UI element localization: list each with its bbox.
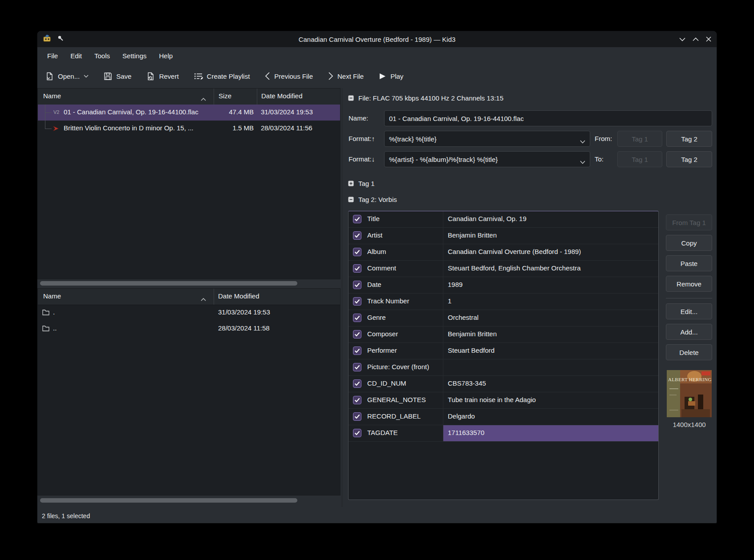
- format-up-tag1-button[interactable]: Tag 1: [617, 131, 662, 147]
- revert-button[interactable]: Revert: [146, 72, 178, 81]
- tag-row-comment[interactable]: Comment Steuart Bedford, English Chamber…: [349, 261, 658, 277]
- open-button[interactable]: Open...: [45, 72, 89, 81]
- checkbox-checked[interactable]: [353, 346, 361, 355]
- folder-row[interactable]: . 31/03/2024 19:53: [38, 305, 340, 321]
- from-tag1-button[interactable]: From Tag 1: [666, 214, 712, 230]
- svg-text:ERRING: ERRING: [693, 377, 712, 382]
- svg-text:ALBERT H: ALBERT H: [668, 377, 693, 382]
- paste-button[interactable]: Paste: [666, 255, 712, 271]
- chevron-down-icon: [580, 137, 585, 145]
- remove-button[interactable]: Remove: [666, 276, 712, 292]
- next-file-button[interactable]: Next File: [328, 72, 364, 80]
- file-section-header[interactable]: File: FLAC 705 kbps 44100 Hz 2 Channels …: [348, 94, 503, 102]
- chevron-down-icon: [580, 158, 585, 165]
- tag-row-record-label[interactable]: RECORD_LABEL Delgardo: [349, 409, 658, 425]
- edit-button[interactable]: Edit...: [666, 303, 712, 319]
- file-list-hscrollbar[interactable]: [40, 281, 297, 286]
- checkbox-checked[interactable]: [353, 363, 361, 371]
- artwork-dimensions: 1400x1400: [662, 421, 716, 428]
- tag-row-genre[interactable]: Genre Orchestral: [349, 310, 658, 326]
- tag-row-cd-id-num[interactable]: CD_ID_NUM CBS783-345: [349, 376, 658, 392]
- playlist-icon: [194, 72, 203, 81]
- column-name[interactable]: Name: [43, 92, 61, 100]
- checkbox-checked[interactable]: [353, 412, 361, 421]
- checkbox-checked[interactable]: [353, 281, 361, 289]
- menu-tools[interactable]: Tools: [89, 50, 115, 61]
- column-size[interactable]: Size: [219, 92, 231, 100]
- menu-help[interactable]: Help: [154, 50, 178, 61]
- format-down-tag2-button[interactable]: Tag 2: [666, 151, 712, 167]
- save-icon: [104, 72, 112, 81]
- file-list-header: Name Size Date Modified: [38, 89, 340, 105]
- create-playlist-button[interactable]: Create Playlist: [194, 72, 250, 81]
- previous-file-button[interactable]: Previous File: [265, 72, 313, 80]
- format-up-tag2-button[interactable]: Tag 2: [666, 131, 712, 147]
- file-size: 47.4 MB: [214, 108, 254, 116]
- filename-input[interactable]: [384, 110, 712, 126]
- delete-button[interactable]: Delete: [666, 344, 712, 360]
- file-date: 28/03/2024 11:56: [261, 124, 312, 132]
- tag-row-title[interactable]: Title Canadian Carnival, Op. 19: [349, 211, 658, 228]
- menu-file[interactable]: File: [42, 50, 63, 61]
- pin-icon[interactable]: [57, 35, 64, 44]
- document-open-icon: [45, 72, 54, 81]
- copy-button[interactable]: Copy: [666, 235, 712, 251]
- tag-row-general-notes[interactable]: GENERAL_NOTES Tube train noise in the Ad…: [349, 392, 658, 409]
- chevron-left-icon: [265, 72, 270, 80]
- tag-row-picture[interactable]: Picture: Cover (front): [349, 359, 658, 376]
- format-down-tag1-button[interactable]: Tag 1: [617, 151, 662, 167]
- tag-row-performer[interactable]: Performer Steuart Bedford: [349, 343, 658, 359]
- minimize-button[interactable]: [679, 37, 685, 41]
- folder-row[interactable]: .. 28/03/2024 11:58: [38, 321, 340, 337]
- titlebar[interactable]: Canadian Carnival Overture (Bedford - 19…: [37, 31, 717, 47]
- column-date-modified[interactable]: Date Modified: [218, 292, 259, 300]
- folder-icon: [42, 309, 49, 317]
- chevron-right-icon: [328, 72, 333, 80]
- tag-row-tagdate[interactable]: TAGDATE 1711633570: [349, 425, 658, 442]
- collapse-icon: [348, 197, 354, 202]
- tag-row-track-number[interactable]: Track Number 1: [349, 294, 658, 310]
- checkbox-checked[interactable]: [353, 264, 361, 273]
- checkbox-checked[interactable]: [353, 314, 361, 322]
- tag-row-album[interactable]: Album Canadian Carnival Overture (Bedfor…: [349, 244, 658, 261]
- menu-settings[interactable]: Settings: [117, 50, 152, 61]
- statusbar: 2 files, 1 selected: [37, 509, 717, 523]
- add-button[interactable]: Add...: [666, 324, 712, 340]
- tag-row-composer[interactable]: Composer Benjamin Britten: [349, 326, 658, 343]
- checkbox-checked[interactable]: [353, 215, 361, 223]
- menu-edit[interactable]: Edit: [65, 50, 87, 61]
- close-button[interactable]: [706, 36, 711, 42]
- checkbox-checked[interactable]: [353, 429, 361, 437]
- format-up-combo[interactable]: %{track} %{title}: [384, 131, 590, 147]
- save-button[interactable]: Save: [104, 72, 131, 81]
- play-icon: [379, 73, 386, 80]
- file-row[interactable]: V2 01 - Canadian Carnival, Op. 19-16-441…: [38, 105, 340, 121]
- play-button[interactable]: Play: [379, 73, 403, 80]
- tag-v2-badge: V2: [53, 109, 59, 115]
- chevron-down-icon: [84, 75, 89, 78]
- tag-row-date[interactable]: Date 1989: [349, 277, 658, 294]
- window-title: Canadian Carnival Overture (Bedford - 19…: [37, 36, 717, 43]
- folder-list-hscrollbar[interactable]: [40, 498, 297, 503]
- tag-row-artist[interactable]: Artist Benjamin Britten: [349, 228, 658, 244]
- format-down-combo[interactable]: %{artist} - %{album}/%{track} %{title}: [384, 151, 590, 167]
- checkbox-checked[interactable]: [353, 396, 361, 404]
- file-info: File: FLAC 705 kbps 44100 Hz 2 Channels …: [358, 94, 503, 102]
- checkbox-checked[interactable]: [353, 379, 361, 388]
- tag1-section-header[interactable]: Tag 1: [348, 180, 375, 187]
- checkbox-checked[interactable]: [353, 248, 361, 256]
- menubar: File Edit Tools Settings Help: [37, 47, 717, 64]
- checkbox-checked[interactable]: [353, 330, 361, 338]
- file-row[interactable]: Britten Violin Concerto in D minor Op. 1…: [38, 121, 340, 137]
- checkbox-checked[interactable]: [353, 297, 361, 306]
- sort-ascending-icon: [201, 295, 206, 303]
- kid3-app-icon: [43, 34, 52, 44]
- maximize-button[interactable]: [693, 37, 699, 41]
- tag2-section-header[interactable]: Tag 2: Vorbis: [348, 196, 397, 203]
- column-date-modified[interactable]: Date Modified: [261, 92, 303, 100]
- file-size: 1.5 MB: [214, 124, 254, 132]
- checkbox-checked[interactable]: [353, 231, 361, 240]
- panel-splitter[interactable]: [342, 88, 342, 507]
- column-name[interactable]: Name: [43, 292, 61, 300]
- album-cover-thumbnail[interactable]: ALBERT H ERRING: [667, 370, 712, 417]
